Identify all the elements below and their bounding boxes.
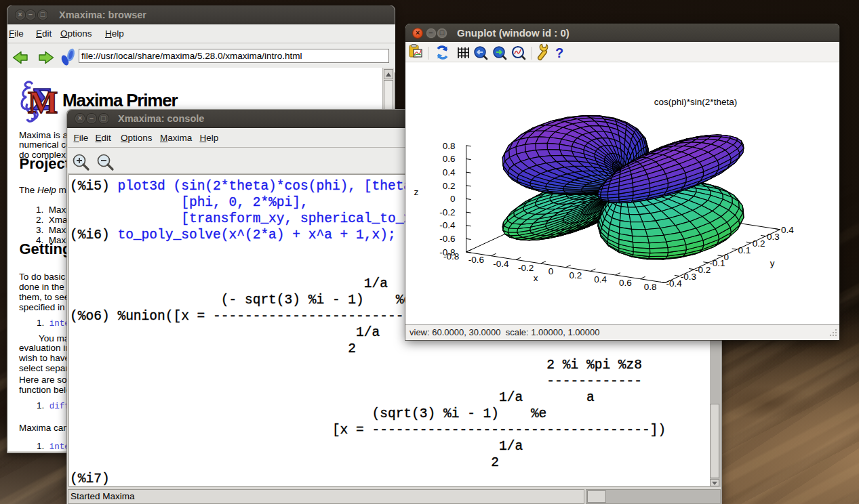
svg-text:-0.4: -0.4 [666,278,683,289]
svg-text:0.6: 0.6 [619,278,632,288]
svg-text:0.2: 0.2 [570,270,582,280]
svg-text:-0.6: -0.6 [468,255,484,265]
svg-text:-0.2: -0.2 [518,263,534,273]
svg-text:-0.6: -0.6 [439,234,455,244]
svg-text:?: ? [555,45,563,60]
svg-text:0.1: 0.1 [738,245,751,255]
svg-text:0.4: 0.4 [594,274,607,285]
svg-text:-0.3: -0.3 [681,272,696,282]
svg-text:0.3: 0.3 [767,232,780,242]
svg-text:-0.2: -0.2 [439,207,455,217]
svg-text:x: x [534,273,538,283]
svg-text:0.2: 0.2 [443,181,456,191]
svg-text:-0.2: -0.2 [695,265,711,275]
svg-text:M: M [28,85,58,120]
svg-text:0.6: 0.6 [443,154,456,164]
svg-text:0.2: 0.2 [753,238,765,249]
svg-text:y: y [770,258,775,268]
svg-text:0.8: 0.8 [443,141,456,151]
svg-text:-0.4: -0.4 [493,259,509,269]
svg-text:0.4: 0.4 [781,225,794,235]
svg-text:0.4: 0.4 [443,167,456,177]
svg-text:-0.4: -0.4 [439,220,456,230]
svg-text:0: 0 [450,194,456,204]
svg-text:0: 0 [723,252,729,262]
svg-text:0.8: 0.8 [644,282,657,292]
svg-text:0: 0 [548,266,554,276]
svg-text:-0.1: -0.1 [709,258,725,268]
svg-text:cos(phi)*sin(2*theta): cos(phi)*sin(2*theta) [654,97,737,107]
svg-text:z: z [414,187,419,197]
svg-text:-0.8: -0.8 [443,251,459,261]
